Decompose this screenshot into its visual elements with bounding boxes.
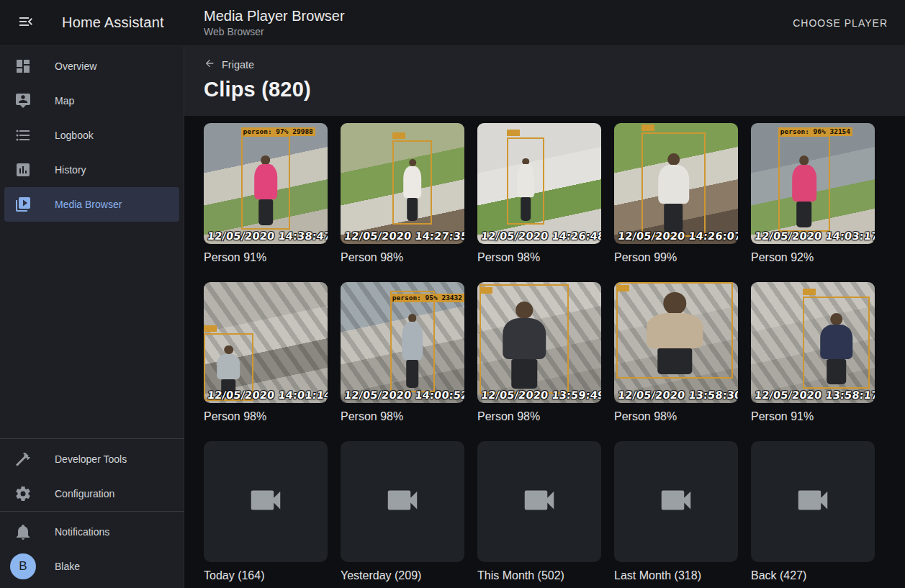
clip-timestamp: 12/05/2020 13:58:30 — [617, 389, 738, 401]
detection-label — [507, 130, 520, 136]
clip-timestamp: 12/05/2020 14:00:52 — [343, 389, 464, 401]
folder-caption: Last Month (318) — [614, 567, 738, 584]
folder-thumbnail — [751, 441, 875, 562]
clip-item[interactable]: 12/05/2020 14:26:07 Person 99% — [614, 123, 738, 266]
detection-bbox — [479, 284, 569, 393]
person-figure — [642, 292, 708, 375]
folder-caption: Today (164) — [204, 567, 328, 584]
sidebar-item-notifications[interactable]: Notifications — [4, 515, 179, 549]
clip-caption: Person 91% — [204, 249, 328, 266]
folder-item-last-month[interactable]: Last Month (318) — [614, 441, 738, 584]
view-dashboard-icon — [14, 58, 32, 75]
page-title-block: Media Player Browser Web Browser — [204, 7, 345, 38]
user-name: Blake — [55, 561, 80, 572]
person-figure — [500, 296, 550, 389]
format-list-bulleted-icon — [14, 127, 32, 144]
play-box-multiple-icon — [14, 196, 32, 213]
detection-bbox: person: 95% 23432 — [390, 291, 435, 392]
clip-caption: Person 92% — [751, 249, 875, 266]
clip-thumbnail: 12/05/2020 13:58:30 — [614, 282, 738, 403]
detection-bbox: person: 97% 29988 — [241, 135, 291, 230]
chart-box-icon — [14, 161, 32, 178]
sidebar-bottom-list: Notifications B Blake — [0, 512, 184, 588]
sidebar-item-logbook[interactable]: Logbook — [4, 118, 179, 153]
menu-open-icon — [17, 13, 35, 32]
app-header: Home Assistant Media Player Browser Web … — [0, 0, 905, 46]
sidebar-item-map[interactable]: Map — [4, 83, 179, 118]
clip-timestamp: 12/05/2020 13:58:17 — [754, 389, 875, 401]
detection-bbox — [641, 132, 706, 236]
sidebar-main-list: Overview Map Logbook History Media Brows… — [0, 46, 184, 222]
person-figure — [252, 145, 279, 225]
sidebar-item-overview[interactable]: Overview — [4, 49, 179, 83]
video-camera-icon — [793, 481, 832, 523]
clip-thumbnail: person: 96% 32154 12/05/2020 14:03:17 — [751, 123, 875, 244]
sidebar-item-label: History — [55, 164, 86, 176]
clip-item[interactable]: person: 97% 29988 12/05/2020 14:38:47 Pe… — [204, 123, 328, 266]
clip-timestamp: 12/05/2020 14:27:35 — [343, 230, 464, 242]
page-title: Media Player Browser — [204, 7, 345, 24]
clip-thumbnail: 12/05/2020 13:59:49 — [477, 282, 601, 403]
clip-thumbnail: person: 97% 29988 12/05/2020 14:38:47 — [204, 123, 328, 244]
folder-thumbnail — [614, 441, 738, 562]
detection-bbox — [507, 137, 544, 225]
folder-item-yesterday[interactable]: Yesterday (209) — [341, 441, 464, 584]
person-figure — [402, 149, 423, 221]
choose-player-button[interactable]: CHOOSE PLAYER — [781, 10, 899, 36]
clip-caption: Person 98% — [477, 408, 601, 425]
person-figure — [818, 306, 855, 384]
folder-item-back[interactable]: Back (427) — [751, 441, 875, 584]
sidebar-item-label: Notifications — [55, 526, 109, 538]
clip-timestamp: 12/05/2020 14:26:48 — [480, 230, 601, 242]
clip-item[interactable]: 12/05/2020 14:26:48 Person 98% — [477, 123, 601, 266]
folder-item-today[interactable]: Today (164) — [204, 441, 328, 584]
sidebar-item-history[interactable]: History — [4, 153, 179, 187]
breadcrumb-back-frigate[interactable]: Frigate — [204, 56, 254, 73]
clip-thumbnail: 12/05/2020 14:26:07 — [614, 123, 738, 244]
folders-grid: Today (164) Yesterday (209) This Month (… — [204, 441, 886, 588]
video-camera-icon — [520, 481, 559, 523]
clips-grid: person: 97% 29988 12/05/2020 14:38:47 Pe… — [204, 123, 886, 441]
app-header-left: Home Assistant — [0, 9, 184, 37]
video-camera-icon — [657, 481, 695, 523]
clip-thumbnail: 12/05/2020 14:27:35 — [341, 123, 464, 244]
detection-bbox: person: 96% 32154 — [778, 135, 830, 232]
sidebar-toggle-button[interactable] — [12, 9, 40, 37]
sidebar-item-configuration[interactable]: Configuration — [4, 476, 179, 511]
arrow-left-icon — [204, 58, 215, 71]
clip-item[interactable]: 12/05/2020 13:59:49 Person 98% — [477, 282, 601, 425]
page-heading: Clips (820) — [204, 78, 886, 101]
clip-item[interactable]: person: 96% 32154 12/05/2020 14:03:17 Pe… — [751, 123, 875, 266]
clip-caption: Person 98% — [204, 408, 328, 425]
clip-item[interactable]: person: 95% 23432 12/05/2020 14:00:52 Pe… — [341, 282, 464, 425]
clip-caption: Person 98% — [341, 249, 464, 266]
clip-caption: Person 98% — [341, 408, 464, 425]
detection-bbox — [803, 297, 870, 389]
sidebar-item-media-browser[interactable]: Media Browser — [4, 187, 179, 222]
folder-item-this-month[interactable]: This Month (502) — [477, 441, 601, 584]
folder-caption: Yesterday (209) — [341, 567, 464, 584]
folder-caption: Back (427) — [751, 567, 875, 584]
person-figure — [515, 147, 536, 221]
sidebar-item-user-blake[interactable]: B Blake — [4, 549, 179, 584]
sidebar-item-developer-tools[interactable]: Developer Tools — [4, 442, 179, 476]
clip-item[interactable]: 12/05/2020 14:27:35 Person 98% — [341, 123, 464, 266]
clip-item[interactable]: 12/05/2020 13:58:30 Person 98% — [614, 282, 738, 425]
cog-icon — [14, 485, 32, 502]
clip-timestamp: 12/05/2020 14:26:07 — [617, 230, 738, 242]
video-camera-icon — [246, 481, 285, 523]
sidebar-item-label: Map — [55, 95, 74, 107]
clip-item[interactable]: 12/05/2020 14:01:14 Person 98% — [204, 282, 328, 425]
clip-caption: Person 98% — [477, 249, 601, 266]
hammer-icon — [14, 451, 32, 468]
clip-caption: Person 91% — [751, 408, 875, 425]
sidebar-item-label: Configuration — [55, 488, 114, 499]
detection-bbox — [616, 282, 733, 379]
clip-item[interactable]: 12/05/2020 13:58:17 Person 91% — [751, 282, 875, 425]
detection-label — [479, 287, 492, 294]
clip-timestamp: 12/05/2020 14:01:14 — [207, 389, 328, 401]
detection-label: person: 96% 32154 — [778, 127, 852, 136]
detection-bbox — [392, 140, 432, 225]
person-figure — [656, 143, 692, 232]
clip-caption: Person 98% — [614, 408, 738, 425]
